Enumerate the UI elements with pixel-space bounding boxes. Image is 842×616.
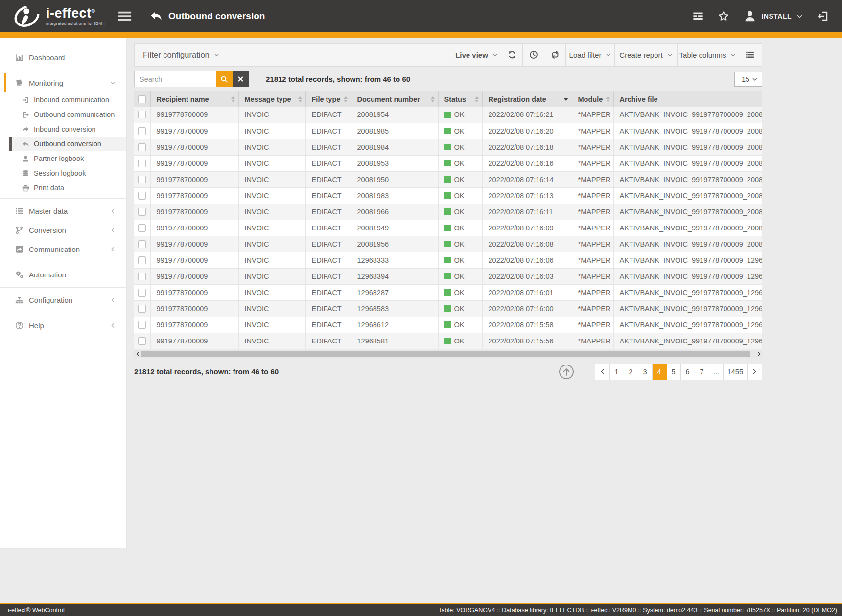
select-all-header[interactable] (134, 91, 150, 107)
row-checkbox[interactable] (138, 256, 146, 264)
cell-document-number: 20081954 (351, 107, 438, 123)
table-row[interactable]: 9919778700009 INVOIC EDIFACT 20081985 OK… (134, 123, 762, 139)
select-all-checkbox[interactable] (138, 95, 146, 103)
cell-archive-file: AKTIVBANK_INVOIC_9919778700009_20081984_ (613, 139, 762, 155)
column-header-document-number[interactable]: Document number (351, 91, 438, 107)
sidebar-item-master-data[interactable]: Master data (4, 202, 126, 221)
table-row[interactable]: 9919778700009 INVOIC EDIFACT 20081966 OK… (134, 204, 762, 220)
column-header-status[interactable]: Status (438, 91, 482, 107)
table-row[interactable]: 9919778700009 INVOIC EDIFACT 20081949 OK… (134, 220, 762, 236)
refresh-button[interactable] (501, 44, 523, 66)
sidebar-item-automation[interactable]: Automation (4, 265, 126, 284)
row-checkbox[interactable] (138, 224, 146, 232)
row-checkbox[interactable] (138, 111, 146, 118)
table-columns-dropdown[interactable]: Table columns (678, 44, 738, 66)
sidebar-item-dashboard[interactable]: Dashboard (4, 48, 126, 67)
view-options-button[interactable] (738, 44, 762, 66)
table-row[interactable]: 9919778700009 INVOIC EDIFACT 12968287 OK… (134, 284, 762, 300)
back-to-top-button[interactable] (559, 364, 574, 380)
sidebar-item-monitoring[interactable]: Monitoring (4, 73, 126, 92)
favorites-star-icon[interactable] (718, 11, 729, 22)
sidebar-item-communication[interactable]: Communication (4, 240, 126, 259)
column-header-archive-file[interactable]: Archive file (613, 91, 762, 107)
table-row[interactable]: 9919778700009 INVOIC EDIFACT 20081954 OK… (134, 107, 762, 123)
pagination-page-4[interactable]: 4 (653, 364, 667, 380)
logout-icon[interactable] (818, 11, 828, 22)
table-row[interactable]: 9919778700009 INVOIC EDIFACT 12968333 OK… (134, 252, 762, 268)
table-row[interactable]: 9919778700009 INVOIC EDIFACT 12968612 OK… (134, 317, 762, 333)
table-row[interactable]: 9919778700009 INVOIC EDIFACT 20081984 OK… (134, 139, 762, 155)
horizontal-scrollbar[interactable] (134, 350, 762, 358)
pagination-next[interactable] (748, 364, 762, 380)
column-header-recipient-name[interactable]: Recipient name (150, 91, 238, 107)
refresh-icon (508, 50, 516, 59)
row-checkbox[interactable] (138, 273, 146, 280)
row-checkbox[interactable] (138, 143, 146, 151)
sidebar-item-print-data[interactable]: Print data (9, 181, 126, 195)
clear-search-button[interactable] (233, 71, 249, 87)
sidebar-item-outbound-conversion[interactable]: Outbound conversion (9, 137, 126, 151)
sidebar-item-help[interactable]: Help (4, 316, 126, 335)
cell-recipient-name: 9919778700009 (150, 107, 238, 123)
hamburger-menu-icon[interactable] (117, 9, 132, 23)
pagination-page-6[interactable]: 6 (681, 364, 695, 380)
sidebar-item-conversion[interactable]: Conversion (4, 221, 126, 240)
scrollbar-thumb[interactable] (141, 351, 750, 357)
app-logo[interactable]: i-effect® integrated solutions for IBM i (0, 3, 114, 29)
column-header-module[interactable]: Module (572, 91, 613, 107)
table-row[interactable]: 9919778700009 INVOIC EDIFACT 12968583 OK… (134, 300, 762, 317)
user-menu[interactable]: INSTALL (744, 10, 803, 23)
table-row[interactable]: 9919778700009 INVOIC EDIFACT 20081950 OK… (134, 171, 762, 187)
sidebar-item-session-logbook[interactable]: Session logbook (9, 166, 126, 181)
row-checkbox[interactable] (138, 337, 146, 345)
table-row[interactable]: 9919778700009 INVOIC EDIFACT 12968394 OK… (134, 268, 762, 284)
row-checkbox[interactable] (138, 289, 146, 297)
row-checkbox[interactable] (138, 160, 146, 167)
pagination-page-3[interactable]: 3 (638, 364, 653, 380)
pagination-ellipsis[interactable]: ... (709, 364, 724, 380)
filter-configuration-dropdown[interactable]: Filter configuration (135, 44, 452, 66)
row-checkbox[interactable] (138, 176, 146, 183)
pagination-page-1455[interactable]: 1455 (724, 364, 748, 380)
sidebar-item-inbound-conversion[interactable]: Inbound conversion (9, 122, 126, 137)
column-header-file-type[interactable]: File type (305, 91, 351, 107)
search-input[interactable] (134, 71, 216, 87)
create-report-dropdown[interactable]: Create report (615, 44, 678, 66)
row-checkbox[interactable] (138, 127, 146, 135)
cell-module: *MAPPER (572, 139, 613, 155)
book-icon (15, 79, 23, 87)
schedule-button[interactable] (523, 44, 544, 66)
page-size-select[interactable]: 15 (734, 72, 762, 87)
sidebar-item-outbound-communication[interactable]: Outbound communication (9, 107, 126, 122)
row-checkbox[interactable] (138, 192, 146, 200)
logo-swoosh-icon (13, 3, 41, 29)
auto-reload-button[interactable] (544, 44, 566, 66)
live-view-dropdown[interactable]: Live view (452, 44, 501, 66)
row-checkbox[interactable] (138, 321, 146, 329)
sidebar-item-configuration[interactable]: Configuration (4, 291, 126, 310)
system-list-icon[interactable] (693, 11, 703, 22)
pagination-page-5[interactable]: 5 (667, 364, 681, 380)
table-row[interactable]: 9919778700009 INVOIC EDIFACT 12968581 OK… (134, 333, 762, 349)
pagination-prev[interactable] (595, 364, 610, 380)
row-checkbox[interactable] (138, 208, 146, 216)
column-header-message-type[interactable]: Message type (238, 91, 305, 107)
scroll-right-icon[interactable] (755, 350, 762, 358)
cell-status: OK (438, 171, 482, 187)
sidebar-item-inbound-communication[interactable]: Inbound communication (9, 92, 126, 107)
pagination: 1234567...1455 (595, 364, 762, 380)
table-row[interactable]: 9919778700009 INVOIC EDIFACT 20081983 OK… (134, 187, 762, 204)
load-filter-dropdown[interactable]: Load filter (566, 44, 615, 66)
scroll-left-icon[interactable] (134, 350, 141, 358)
table-row[interactable]: 9919778700009 INVOIC EDIFACT 20081956 OK… (134, 236, 762, 252)
row-checkbox[interactable] (138, 305, 146, 313)
pagination-page-2[interactable]: 2 (624, 364, 638, 380)
pagination-page-1[interactable]: 1 (610, 364, 624, 380)
row-checkbox[interactable] (138, 240, 146, 248)
column-header-registration-date[interactable]: Registration date (482, 91, 572, 107)
search-button[interactable] (216, 71, 233, 87)
table-row[interactable]: 9919778700009 INVOIC EDIFACT 20081953 OK… (134, 155, 762, 171)
pagination-page-7[interactable]: 7 (695, 364, 709, 380)
status-ok-icon (444, 289, 451, 296)
sidebar-item-partner-logbook[interactable]: Partner logbook (9, 151, 126, 166)
